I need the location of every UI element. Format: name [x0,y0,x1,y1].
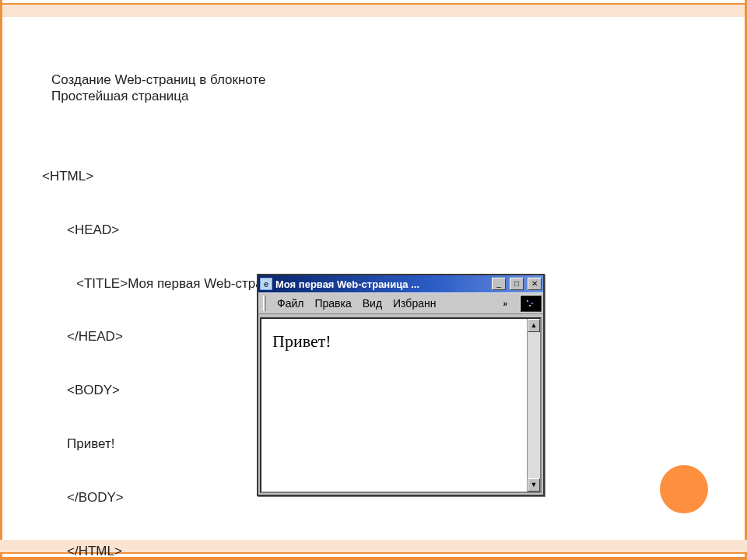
minimize-button[interactable]: _ [492,278,506,290]
close-button[interactable]: ✕ [528,278,542,290]
heading-line-2: Простейшая страница [51,88,266,104]
viewport-frame: Привет! ▲ ▼ [260,317,542,493]
menu-file[interactable]: Файл [277,297,303,310]
page-content: Привет! [261,319,527,492]
slide-stripe-top [0,5,747,17]
scroll-up-button[interactable]: ▲ [528,319,540,332]
menu-favorites[interactable]: Избранн [393,297,436,310]
scroll-down-button[interactable]: ▼ [528,478,540,492]
scroll-track[interactable] [528,332,540,478]
code-line: <HEAD> [42,222,348,240]
menu-view[interactable]: Вид [363,297,382,310]
code-line: <HTML> [42,168,348,186]
menu-overflow[interactable]: » [503,299,507,308]
menu-edit[interactable]: Правка [314,297,351,310]
throbber-icon [520,295,542,312]
titlebar[interactable]: e Моя первая Web-страница ... _ □ ✕ [258,275,543,292]
slide-border-left [0,0,2,560]
menubar: Файл Правка Вид Избранн » [258,292,543,314]
ie-icon: e [260,278,272,290]
code-line: </HTML> [42,543,348,560]
vertical-scrollbar[interactable]: ▲ ▼ [527,319,540,492]
window-title: Моя первая Web-страница ... [275,278,488,290]
maximize-button[interactable]: □ [510,278,524,290]
page-text: Привет! [272,331,331,351]
browser-window: e Моя первая Web-страница ... _ □ ✕ Файл… [257,274,545,496]
heading-line-1: Создание Web-страниц в блокноте [51,72,266,88]
heading-block: Создание Web-страниц в блокноте Простейш… [51,72,266,105]
toolbar-grip[interactable] [263,296,266,311]
decor-circle [660,465,708,513]
